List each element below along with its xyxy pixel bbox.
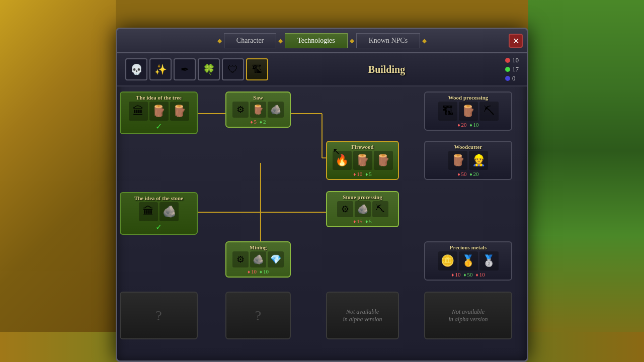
idea-tree-title: The idea of the tree bbox=[123, 95, 195, 101]
pm-cost-val-0: 10 bbox=[455, 272, 460, 278]
cat-shield[interactable]: 🛡 bbox=[222, 58, 244, 80]
pm-cost-val-2: 10 bbox=[479, 272, 485, 278]
bg-right-top bbox=[528, 0, 644, 151]
precious-metals-icons: 🪙 🥇 🥈 bbox=[427, 251, 509, 270]
unknown-node-0: ? bbox=[120, 292, 198, 339]
wood-proc-icon-1: 🪵 bbox=[459, 102, 478, 121]
tab-technologies[interactable]: Technologies bbox=[285, 33, 347, 48]
tab-character[interactable]: Character bbox=[224, 33, 276, 48]
idea-tree-checkmark: ✓ bbox=[123, 122, 195, 131]
sp-cost-0: ♦ 15 bbox=[353, 218, 362, 224]
unknown-label-0: ? bbox=[155, 308, 162, 324]
node-saw[interactable]: Saw ⚙ 🪵 🪨 ♦ 5 ♦ 2 bbox=[225, 92, 291, 128]
node-idea-stone[interactable]: The idea of the stone 🏛 🪨 ✓ bbox=[120, 192, 198, 235]
stat-row-1: 17 bbox=[505, 65, 519, 73]
saw-cost-0: ♦ 5 bbox=[250, 119, 257, 125]
saw-icon-2: 🪨 bbox=[268, 102, 284, 118]
wp-cost-0: ♦ 20 bbox=[457, 122, 466, 128]
diamond-left: ◆ bbox=[217, 37, 222, 45]
wc-cost-val-0: 50 bbox=[461, 171, 467, 177]
idea-tree-icons: 🏛 🪵 🪵 bbox=[123, 102, 195, 121]
cat-skull[interactable]: 💀 bbox=[125, 58, 147, 80]
woodcutter-icon-1: 👷 bbox=[469, 151, 488, 170]
stats-area: 10 17 0 bbox=[505, 56, 519, 82]
mining-cost-val-0: 10 bbox=[251, 268, 257, 275]
woodcutter-icon-0: 🪵 bbox=[448, 151, 467, 170]
stat-val-0: 10 bbox=[512, 56, 519, 64]
node-idea-tree[interactable]: The idea of the tree 🏛 🪵 🪵 ✓ bbox=[120, 92, 198, 134]
cat-sun[interactable]: ✨ bbox=[149, 58, 172, 80]
idea-stone-checkmark: ✓ bbox=[123, 222, 195, 232]
tech-content: The idea of the tree 🏛 🪵 🪵 ✓ Saw ⚙ 🪵 🪨 ♦… bbox=[117, 86, 527, 362]
node-stone-processing[interactable]: Stone processing ⚙ 🪨 ⛏ ♦ 15 ♦ 5 bbox=[326, 191, 399, 227]
mining-icon-0: ⚙ bbox=[232, 251, 249, 267]
wood-processing-title: Wood processing bbox=[427, 95, 509, 101]
idea-stone-icon-1: 🪨 bbox=[159, 202, 179, 221]
pm-cost-0: ♦ 10 bbox=[451, 272, 460, 278]
wp-cost-val-0: 20 bbox=[461, 122, 467, 128]
saw-title: Saw bbox=[228, 95, 288, 101]
saw-cost-val-1: 2 bbox=[263, 119, 266, 125]
not-available-0: Not availablein alpha version bbox=[326, 292, 399, 339]
title-bar: ◆ Character ◆ Technologies ◆ Known NPCs … bbox=[117, 29, 527, 53]
diamond-right: ◆ bbox=[422, 37, 427, 45]
wc-cost-val-1: 20 bbox=[473, 171, 479, 177]
section-title: Building bbox=[368, 64, 405, 75]
woodcutter-costs: ♦ 50 ♦ 20 bbox=[427, 171, 509, 177]
node-precious-metals[interactable]: Precious metals 🪙 🥇 🥈 ♦ 10 ♦ 50 ♦ 10 bbox=[424, 241, 512, 281]
pm-cost-val-1: 50 bbox=[467, 272, 473, 278]
mining-cost-1: ♦ 10 bbox=[260, 268, 269, 275]
wp-cost-val-1: 10 bbox=[473, 122, 479, 128]
firewood-costs: ♦ 10 ♦ 5 bbox=[329, 171, 396, 177]
stat-dot-blue bbox=[505, 76, 510, 81]
precious-metals-costs: ♦ 10 ♦ 50 ♦ 10 bbox=[427, 272, 509, 278]
stat-row-0: 10 bbox=[505, 56, 519, 64]
idea-stone-title: The idea of the stone bbox=[123, 195, 195, 201]
wood-proc-icon-2: ⛏ bbox=[479, 102, 499, 121]
firewood-icon-2: 🪵 bbox=[374, 151, 393, 170]
unknown-node-1: ? bbox=[225, 292, 291, 339]
node-woodcutter[interactable]: Woodcutter 🪵 👷 ♦ 50 ♦ 20 bbox=[424, 141, 512, 180]
idea-tree-icon-2: 🪵 bbox=[170, 102, 189, 121]
firewood-title: Firewood bbox=[329, 144, 396, 150]
idea-tree-icon-0: 🏛 bbox=[129, 102, 148, 121]
firewood-cost-val-0: 10 bbox=[357, 171, 362, 177]
wp-cost-1: ♦ 10 bbox=[470, 122, 479, 128]
mining-costs: ♦ 10 ♦ 10 bbox=[228, 268, 288, 275]
cat-leaf[interactable]: 🍀 bbox=[198, 58, 220, 80]
node-mining[interactable]: Mining ⚙ 🪨 💎 ♦ 10 ♦ 10 bbox=[225, 241, 291, 278]
unknown-label-1: ? bbox=[255, 308, 261, 324]
precious-metals-title: Precious metals bbox=[427, 244, 509, 250]
wood-processing-costs: ♦ 20 ♦ 10 bbox=[427, 122, 509, 128]
stat-dot-green bbox=[505, 67, 510, 72]
node-wood-processing[interactable]: Wood processing 🏗 🪵 ⛏ ♦ 20 ♦ 10 bbox=[424, 92, 512, 131]
close-button[interactable]: ✕ bbox=[509, 34, 523, 48]
stat-dot-red bbox=[505, 58, 510, 63]
woodcutter-title: Woodcutter bbox=[427, 144, 509, 150]
wc-cost-0: ♦ 50 bbox=[457, 171, 466, 177]
sp-cost-val-1: 5 bbox=[369, 218, 372, 224]
stone-proc-icon-2: ⛏ bbox=[372, 201, 388, 217]
mining-cost-0: ♦ 10 bbox=[248, 268, 257, 275]
sp-cost-1: ♦ 5 bbox=[365, 218, 372, 224]
mining-icon-1: 🪨 bbox=[250, 251, 266, 267]
cat-building[interactable]: 🏗 bbox=[246, 58, 268, 80]
stat-val-1: 17 bbox=[512, 65, 519, 73]
stone-proc-title: Stone processing bbox=[329, 194, 396, 200]
pm-cost-1: ♦ 50 bbox=[463, 272, 472, 278]
mining-cost-val-1: 10 bbox=[263, 268, 269, 275]
stone-proc-costs: ♦ 15 ♦ 5 bbox=[329, 218, 396, 224]
diamond-mid: ◆ bbox=[278, 37, 283, 45]
saw-costs: ♦ 5 ♦ 2 bbox=[228, 119, 288, 125]
stone-proc-icons: ⚙ 🪨 ⛏ bbox=[329, 201, 396, 217]
woodcutter-icons: 🪵 👷 bbox=[427, 151, 509, 170]
dialog-window: ◆ Character ◆ Technologies ◆ Known NPCs … bbox=[116, 28, 528, 362]
firewood-icons: 🔥 🪵 🪵 bbox=[329, 151, 396, 170]
firewood-cost-val-1: 5 bbox=[369, 171, 372, 177]
cat-pen[interactable]: ✒ bbox=[174, 58, 196, 80]
tab-known-npcs[interactable]: Known NPCs bbox=[356, 33, 420, 48]
node-firewood[interactable]: Firewood 🔥 🪵 🪵 ♦ 10 ♦ 5 bbox=[326, 141, 399, 180]
firewood-cost-0: ♦ 10 bbox=[353, 171, 362, 177]
stone-proc-icon-1: 🪨 bbox=[355, 201, 371, 217]
bg-right-bottom bbox=[528, 151, 644, 362]
